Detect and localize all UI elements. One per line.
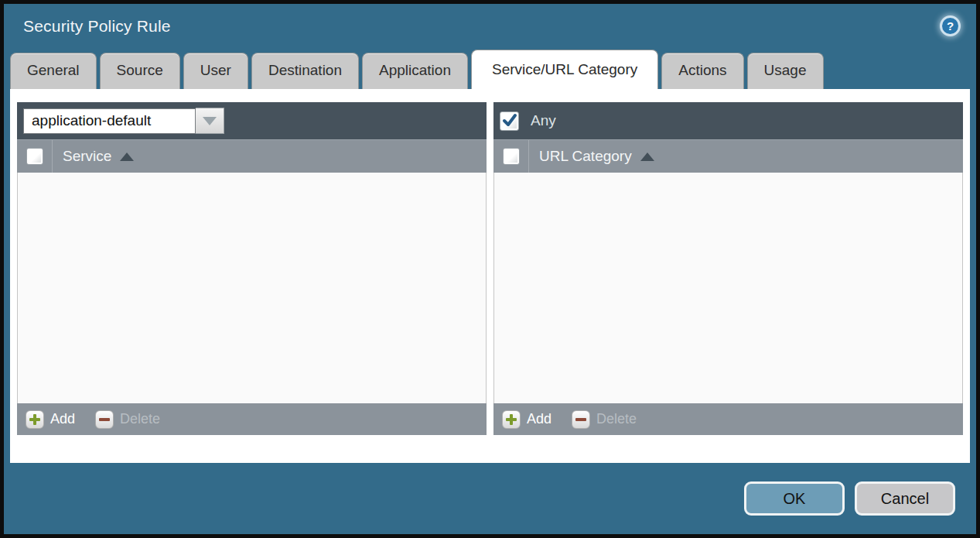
help-icon[interactable]: ? — [940, 15, 961, 36]
sort-ascending-icon — [640, 152, 654, 161]
url-category-column-sort[interactable]: URL Category — [529, 148, 654, 165]
tab-user[interactable]: User — [183, 53, 248, 89]
security-policy-rule-dialog: Security Policy Rule ? General Source Us… — [0, 0, 980, 538]
plus-icon — [502, 410, 521, 429]
service-panel: application-default Service — [17, 102, 487, 435]
service-type-dropdown-button[interactable] — [196, 108, 224, 134]
url-category-panel-footer: Add Delete — [493, 403, 963, 435]
url-category-panel: Any URL Category — [493, 102, 963, 435]
service-list — [17, 173, 487, 403]
tab-destination[interactable]: Destination — [251, 53, 359, 89]
url-category-column-label: URL Category — [539, 148, 632, 165]
service-column-sort[interactable]: Service — [53, 148, 134, 165]
service-delete-label: Delete — [120, 411, 160, 427]
service-type-dropdown-value[interactable]: application-default — [23, 108, 196, 134]
url-category-panel-header: Any — [493, 102, 963, 139]
help-icon-glyph: ? — [947, 19, 954, 33]
service-type-dropdown[interactable]: application-default — [23, 108, 224, 134]
tab-application[interactable]: Application — [362, 53, 468, 89]
service-column-label: Service — [63, 148, 111, 165]
panels: application-default Service — [17, 102, 963, 435]
tab-actions[interactable]: Actions — [661, 53, 743, 89]
service-add-button[interactable]: Add — [26, 410, 75, 429]
url-category-add-label: Add — [527, 411, 551, 427]
url-category-column-header: URL Category — [493, 139, 963, 173]
tab-source[interactable]: Source — [100, 53, 180, 89]
url-category-list — [493, 173, 963, 403]
tab-service-url-category[interactable]: Service/URL Category — [471, 50, 658, 89]
url-category-select-all-cell — [493, 140, 529, 173]
tab-content: application-default Service — [10, 89, 970, 463]
chevron-down-icon — [203, 117, 217, 125]
select-all-url-categories-checkbox[interactable] — [503, 148, 520, 165]
tab-strip: General Source User Destination Applicat… — [4, 48, 976, 89]
any-checkbox[interactable] — [500, 111, 519, 131]
url-category-delete-label: Delete — [596, 411, 637, 427]
title-bar: Security Policy Rule ? — [4, 4, 976, 48]
ok-button[interactable]: OK — [744, 481, 845, 516]
service-add-label: Add — [50, 411, 75, 427]
service-select-all-cell — [17, 140, 53, 173]
select-all-services-checkbox[interactable] — [26, 148, 43, 165]
service-column-header: Service — [17, 139, 487, 173]
cancel-button[interactable]: Cancel — [855, 481, 955, 516]
tab-usage[interactable]: Usage — [747, 53, 824, 89]
dialog-action-bar: OK Cancel — [4, 463, 976, 534]
minus-icon — [95, 410, 114, 429]
service-delete-button[interactable]: Delete — [95, 410, 160, 429]
tab-general[interactable]: General — [10, 53, 97, 89]
sort-ascending-icon — [120, 152, 134, 161]
dialog-title: Security Policy Rule — [23, 17, 940, 36]
service-panel-footer: Add Delete — [17, 403, 487, 435]
plus-icon — [26, 410, 44, 429]
service-panel-header: application-default — [17, 102, 487, 139]
minus-icon — [572, 410, 590, 429]
url-category-delete-button[interactable]: Delete — [572, 410, 637, 429]
check-icon — [502, 113, 517, 129]
url-category-add-button[interactable]: Add — [502, 410, 551, 429]
any-label: Any — [531, 112, 556, 129]
